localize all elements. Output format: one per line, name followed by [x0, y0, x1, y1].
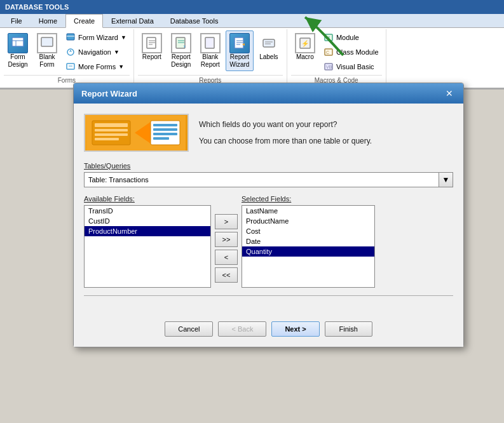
selected-field-lastname[interactable]: LastName [242, 206, 374, 216]
app-title-bar: DATABASE TOOLS [0, 0, 504, 14]
remove-all-button[interactable]: << [215, 267, 238, 283]
back-button[interactable]: < Back [218, 321, 266, 337]
visual-basic-icon: VB [324, 62, 334, 72]
report-design-button[interactable]: ReportDesign [167, 30, 195, 71]
svg-rect-44 [153, 124, 177, 126]
macros-group-items: ⚡ Macro M Module C Class [291, 30, 382, 74]
svg-rect-38 [95, 123, 128, 127]
blank-report-label: BlankReport [201, 53, 220, 69]
dialog-top-section: Which fields do you want on your report?… [84, 114, 453, 152]
dialog-desc-line1: Which fields do you want on your report? [199, 119, 372, 130]
ribbon-tabs: File Home Create External Data Database … [0, 14, 504, 28]
tables-queries-row: ▼ [84, 172, 453, 187]
dialog-close-button[interactable]: ✕ [443, 87, 456, 100]
tables-queries-input[interactable] [84, 172, 439, 187]
labels-button[interactable]: Labels [255, 30, 283, 63]
available-fields-col: Available Fields: TransID CustID Product… [84, 195, 211, 288]
available-field-productnumber[interactable]: ProductNumber [85, 226, 210, 236]
ribbon-group-forms: FormDesign BlankForm Form Wizard ▼ [0, 29, 134, 86]
tab-create[interactable]: Create [65, 14, 103, 28]
next-button[interactable]: Next > [271, 321, 319, 337]
ribbon-content: FormDesign BlankForm Form Wizard ▼ [0, 28, 504, 89]
svg-rect-24 [263, 39, 275, 47]
more-forms-label: More Forms [78, 63, 116, 70]
svg-text:M: M [326, 36, 330, 40]
dialog-footer: Cancel < Back Next > Finish [74, 314, 463, 347]
navigation-button[interactable]: Navigation ▼ [62, 45, 130, 59]
svg-rect-47 [153, 137, 169, 140]
available-field-custid[interactable]: CustID [85, 216, 210, 226]
app-title: DATABASE TOOLS [5, 3, 69, 11]
navigation-arrow: ▼ [114, 49, 119, 55]
form-design-icon [8, 33, 28, 53]
svg-text:VB: VB [326, 65, 332, 69]
form-design-button[interactable]: FormDesign [4, 30, 32, 71]
navigation-label: Navigation [78, 48, 111, 56]
form-wizard-label: Form Wizard [78, 34, 118, 41]
svg-text:C: C [326, 50, 329, 55]
more-forms-button[interactable]: More Forms ▼ [62, 60, 130, 74]
svg-rect-3 [41, 37, 53, 46]
move-one-button[interactable]: > [215, 214, 238, 229]
blank-report-button[interactable]: BlankReport [196, 30, 224, 71]
available-fields-label: Available Fields: [84, 195, 211, 203]
svg-rect-39 [95, 129, 128, 131]
labels-icon [259, 33, 279, 53]
remove-one-button[interactable]: < [215, 250, 238, 265]
dialog-desc-line2: You can choose from more than one table … [199, 135, 372, 147]
visual-basic-label: Visual Basic [336, 63, 374, 70]
visual-basic-button[interactable]: VB Visual Basic [320, 60, 382, 74]
available-field-transid[interactable]: TransID [85, 206, 210, 216]
tables-queries-label: Tables/Queries [84, 162, 453, 170]
dialog-body: Which fields do you want on your report?… [74, 104, 463, 314]
svg-rect-0 [12, 37, 24, 46]
blank-form-button[interactable]: BlankForm [33, 30, 61, 71]
report-design-icon [171, 33, 191, 53]
available-fields-listbox[interactable]: TransID CustID ProductNumber [84, 205, 211, 288]
macro-button[interactable]: ⚡ Macro [291, 30, 319, 63]
more-forms-arrow: ▼ [118, 64, 124, 70]
selected-fields-label: Selected Fields: [242, 195, 375, 203]
module-button[interactable]: M Module [320, 30, 382, 44]
svg-text:⚡: ⚡ [301, 39, 310, 48]
forms-small-buttons: Form Wizard ▼ Navigation ▼ [62, 30, 130, 74]
form-wizard-button[interactable]: Form Wizard ▼ [62, 30, 130, 44]
tab-file[interactable]: File [3, 14, 31, 27]
report-wizard-icon [229, 33, 250, 53]
svg-rect-45 [153, 128, 177, 131]
fields-selection-row: Available Fields: TransID CustID Product… [84, 195, 453, 288]
tables-queries-dropdown-btn[interactable]: ▼ [439, 172, 453, 187]
tab-external-data[interactable]: External Data [103, 14, 162, 27]
tab-database-tools[interactable]: Database Tools [162, 14, 227, 27]
class-module-button[interactable]: C Class Module [320, 45, 382, 59]
finish-button[interactable]: Finish [325, 321, 372, 337]
selected-fields-listbox[interactable]: LastName ProductName Cost Date Quantity [242, 205, 375, 288]
report-icon [142, 33, 162, 53]
blank-form-icon [37, 33, 57, 53]
dialog-title: Report Wizard [81, 89, 137, 98]
selected-field-quantity[interactable]: Quantity [242, 246, 374, 257]
report-wizard-button[interactable]: ReportWizard [226, 30, 254, 71]
blank-form-label: BlankForm [39, 53, 55, 69]
report-design-label: ReportDesign [171, 53, 191, 69]
selected-field-cost[interactable]: Cost [242, 226, 374, 236]
class-module-label: Class Module [336, 48, 379, 56]
svg-marker-7 [69, 50, 72, 52]
svg-rect-41 [95, 138, 119, 140]
report-button[interactable]: Report [138, 30, 166, 63]
tab-home[interactable]: Home [31, 14, 65, 27]
blank-report-icon [200, 33, 221, 53]
cancel-button[interactable]: Cancel [165, 321, 213, 337]
svg-rect-46 [153, 133, 177, 135]
selected-field-date[interactable]: Date [242, 236, 374, 246]
dialog-title-bar: Report Wizard ✕ [74, 83, 463, 104]
dialog-description: Which fields do you want on your report?… [199, 114, 372, 152]
ribbon-group-macros: ⚡ Macro M Module C Class [287, 29, 386, 86]
selected-field-productname[interactable]: ProductName [242, 216, 374, 226]
module-icon: M [324, 32, 334, 43]
macros-small-buttons: M Module C Class Module VB [320, 30, 382, 74]
module-label: Module [336, 34, 359, 41]
move-all-button[interactable]: >> [215, 232, 238, 247]
navigation-icon [65, 47, 76, 57]
report-wizard-label: ReportWizard [229, 53, 249, 69]
